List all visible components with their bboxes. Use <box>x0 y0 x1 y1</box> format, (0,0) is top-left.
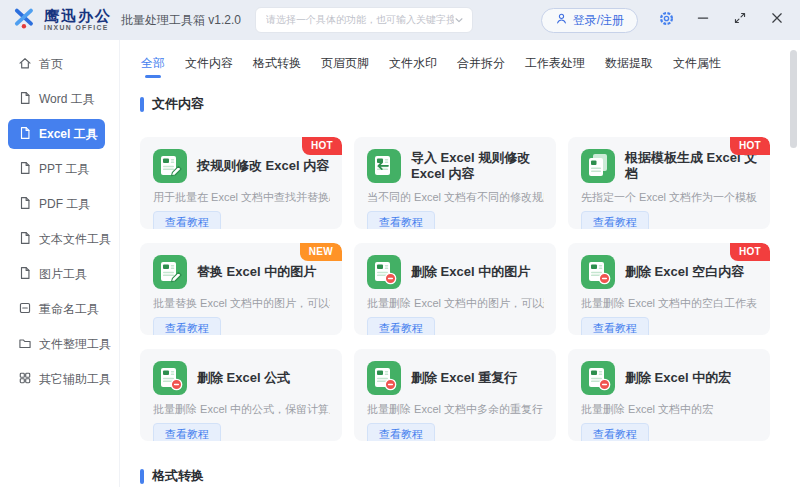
excel-delete-image-icon <box>367 255 401 289</box>
sidebar-item-text-tools[interactable]: 文本文件工具 <box>8 224 105 254</box>
tool-card[interactable]: 删除 Excel 中的宏 批量删除 Excel 文档中的宏 查看教程 <box>568 349 770 441</box>
inxun-logo-icon <box>12 5 38 35</box>
image-doc-icon <box>18 266 32 283</box>
card-badge: HOT <box>730 137 770 155</box>
card-title: 删除 Excel 重复行 <box>411 370 517 386</box>
sidebar-item-label: PDF 工具 <box>39 196 90 213</box>
maximize-icon <box>733 11 747 29</box>
view-tutorial-button[interactable]: 查看教程 <box>153 317 221 335</box>
sidebar-item-file-organize[interactable]: 文件整理工具 <box>8 329 105 359</box>
section-title: 格式转换 <box>152 467 204 485</box>
tab-all[interactable]: 全部 <box>138 40 168 81</box>
misc-tools-icon <box>18 371 32 388</box>
view-tutorial-button[interactable]: 查看教程 <box>581 211 649 229</box>
section-header-file-content: 文件内容 <box>140 95 800 113</box>
sidebar-item-rename-tools[interactable]: 重命名工具 <box>8 294 105 324</box>
gear-icon <box>658 10 675 31</box>
sidebar-item-label: 文件整理工具 <box>39 336 111 353</box>
tool-card[interactable]: HOT 根据模板生成 Excel 文档 先指定一个 Excel 文档作为一个模板… <box>568 137 770 229</box>
tab-file-props[interactable]: 文件属性 <box>670 40 724 81</box>
app-version-subtitle: 批量处理工具箱 v1.2.0 <box>121 12 241 29</box>
function-search-select[interactable]: 请选择一个具体的功能，也可输入关键字搜索！ <box>255 7 473 33</box>
tab-header-footer[interactable]: 页眉页脚 <box>318 40 372 81</box>
tool-card[interactable]: 删除 Excel 公式 批量删除 Excel 中的公式，保留计算后的... 查看… <box>140 349 342 441</box>
scrollbar[interactable] <box>789 42 798 485</box>
excel-delete-duplicate-icon <box>367 361 401 395</box>
tool-card[interactable]: HOT 按规则修改 Excel 内容 用于批量在 Excel 文档中查找并替换/… <box>140 137 342 229</box>
settings-button[interactable] <box>657 11 675 29</box>
view-tutorial-button[interactable]: 查看教程 <box>367 211 435 229</box>
sidebar: 首页 Word 工具 Excel 工具 PPT 工具 PDF 工具 <box>0 40 120 487</box>
view-tutorial-button[interactable]: 查看教程 <box>367 423 435 441</box>
sidebar-item-label: 首页 <box>39 56 63 73</box>
ppt-doc-icon <box>18 161 32 178</box>
sidebar-item-label: Word 工具 <box>39 91 95 108</box>
card-title: 删除 Excel 中的宏 <box>625 370 731 386</box>
card-badge: HOT <box>730 243 770 261</box>
tool-card[interactable]: 删除 Excel 重复行 批量删除 Excel 文档中多余的重复行 查看教程 <box>354 349 556 441</box>
chevron-down-icon <box>454 11 464 29</box>
view-tutorial-button[interactable]: 查看教程 <box>581 317 649 335</box>
app-window: 鹰迅办公 INXUN OFFICE 批量处理工具箱 v1.2.0 请选择一个具体… <box>0 0 800 487</box>
card-badge: HOT <box>302 137 342 155</box>
section-accent-bar <box>140 469 144 484</box>
folder-icon <box>18 336 32 353</box>
scrollbar-thumb[interactable] <box>790 50 797 148</box>
sidebar-item-label: Excel 工具 <box>39 126 98 143</box>
card-badge: NEW <box>300 243 342 261</box>
tool-card[interactable]: 导入 Excel 规则修改 Excel 内容 当不同的 Excel 文档有不同的… <box>354 137 556 229</box>
tab-file-content[interactable]: 文件内容 <box>182 40 236 81</box>
tab-worksheet[interactable]: 工作表处理 <box>522 40 588 81</box>
excel-template-icon <box>581 149 615 183</box>
excel-delete-blank-icon <box>581 255 615 289</box>
sidebar-item-image-tools[interactable]: 图片工具 <box>8 259 105 289</box>
card-title: 删除 Excel 空白内容 <box>625 264 744 280</box>
maximize-button[interactable] <box>731 11 749 29</box>
app-logo: 鹰迅办公 INXUN OFFICE <box>12 5 112 35</box>
card-description: 批量删除 Excel 文档中的空白工作表、空... <box>581 296 758 311</box>
brand-subname: INXUN OFFICE <box>44 25 112 32</box>
view-tutorial-button[interactable]: 查看教程 <box>153 423 221 441</box>
card-description: 批量删除 Excel 文档中的宏 <box>581 402 758 417</box>
tab-data-extract[interactable]: 数据提取 <box>602 40 656 81</box>
close-button[interactable] <box>768 11 786 29</box>
sidebar-item-label: 图片工具 <box>39 266 87 283</box>
login-register-button[interactable]: 登录/注册 <box>541 8 638 33</box>
card-title: 删除 Excel 公式 <box>197 370 290 386</box>
minimize-button[interactable] <box>694 11 712 29</box>
tool-card[interactable]: HOT 删除 Excel 空白内容 批量删除 Excel 文档中的空白工作表、空… <box>568 243 770 335</box>
tool-card[interactable]: 删除 Excel 中的图片 批量删除 Excel 文档中的图片，可以删除... … <box>354 243 556 335</box>
rename-icon <box>18 301 32 318</box>
sidebar-item-other-tools[interactable]: 其它辅助工具 <box>8 364 105 394</box>
search-placeholder: 请选择一个具体的功能，也可输入关键字搜索！ <box>266 13 454 27</box>
user-icon <box>555 12 568 28</box>
sidebar-item-excel-tools[interactable]: Excel 工具 <box>8 119 105 149</box>
tab-watermark[interactable]: 文件水印 <box>386 40 440 81</box>
card-description: 用于批量在 Excel 文档中查找并替换/删除... <box>153 190 330 205</box>
sidebar-item-ppt-tools[interactable]: PPT 工具 <box>8 154 105 184</box>
main-content: 全部 文件内容 格式转换 页眉页脚 文件水印 合并拆分 工作表处理 数据提取 文… <box>120 40 800 487</box>
card-description: 批量替换 Excel 文档中的图片，可以将 Exc... <box>153 296 330 311</box>
card-description: 批量删除 Excel 中的公式，保留计算后的... <box>153 402 330 417</box>
tab-merge-split[interactable]: 合并拆分 <box>454 40 508 81</box>
view-tutorial-button[interactable]: 查看教程 <box>581 423 649 441</box>
home-icon <box>18 56 32 73</box>
card-title: 替换 Excel 中的图片 <box>197 264 316 280</box>
sidebar-item-label: 其它辅助工具 <box>39 371 111 388</box>
tool-card-grid: HOT 按规则修改 Excel 内容 用于批量在 Excel 文档中查找并替换/… <box>140 137 784 441</box>
category-tabs: 全部 文件内容 格式转换 页眉页脚 文件水印 合并拆分 工作表处理 数据提取 文… <box>138 40 800 81</box>
sidebar-item-word-tools[interactable]: Word 工具 <box>8 84 105 114</box>
sidebar-item-pdf-tools[interactable]: PDF 工具 <box>8 189 105 219</box>
view-tutorial-button[interactable]: 查看教程 <box>367 317 435 335</box>
card-description: 批量删除 Excel 文档中的图片，可以删除... <box>367 296 544 311</box>
excel-delete-macro-icon <box>581 361 615 395</box>
tool-card[interactable]: NEW 替换 Excel 中的图片 批量替换 Excel 文档中的图片，可以将 … <box>140 243 342 335</box>
tab-format-convert[interactable]: 格式转换 <box>250 40 304 81</box>
card-description: 当不同的 Excel 文档有不同的修改规则的... <box>367 190 544 205</box>
view-tutorial-button[interactable]: 查看教程 <box>153 211 221 229</box>
excel-delete-formula-icon <box>153 361 187 395</box>
card-description: 先指定一个 Excel 文档作为一个模板，然... <box>581 190 758 205</box>
card-title: 按规则修改 Excel 内容 <box>197 158 329 174</box>
brand-name: 鹰迅办公 <box>44 8 112 23</box>
sidebar-item-home[interactable]: 首页 <box>8 49 105 79</box>
